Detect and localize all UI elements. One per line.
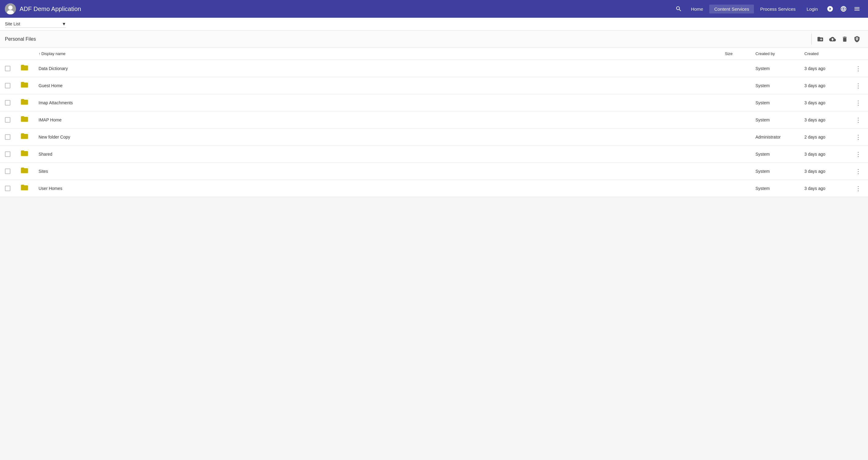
more-options-button[interactable]: ⋮ xyxy=(853,149,863,159)
app-header: ADF Demo Application Home Content Servic… xyxy=(0,0,868,18)
row-actions[interactable]: ⋮ xyxy=(848,111,868,128)
row-actions[interactable]: ⋮ xyxy=(848,60,868,77)
file-toolbar: Personal Files xyxy=(0,31,868,48)
row-name[interactable]: Imap Attachments xyxy=(34,94,720,111)
site-list-label: Site List xyxy=(5,22,59,26)
col-display-name[interactable]: Display name xyxy=(34,48,720,60)
table-row[interactable]: User Homes System 3 days ago ⋮ xyxy=(0,180,868,197)
row-folder-icon xyxy=(15,111,34,128)
site-list-dropdown[interactable]: Site List ▼ xyxy=(5,20,66,28)
row-actions[interactable]: ⋮ xyxy=(848,128,868,146)
more-options-button[interactable]: ⋮ xyxy=(853,132,863,142)
col-created[interactable]: Created xyxy=(800,48,848,60)
row-created-by: System xyxy=(750,111,800,128)
table-row[interactable]: IMAP Home System 3 days ago ⋮ xyxy=(0,111,868,128)
row-created: 2 days ago xyxy=(800,128,848,146)
nav-login[interactable]: Login xyxy=(802,5,823,13)
row-actions[interactable]: ⋮ xyxy=(848,180,868,197)
chevron-down-icon: ▼ xyxy=(62,22,66,26)
row-checkbox[interactable] xyxy=(0,163,15,180)
avatar[interactable] xyxy=(5,3,16,14)
row-created-by: System xyxy=(750,94,800,111)
row-name[interactable]: Shared xyxy=(34,146,720,163)
row-name[interactable]: New folder Copy xyxy=(34,128,720,146)
row-size xyxy=(720,77,750,94)
row-size xyxy=(720,60,750,77)
nav-home[interactable]: Home xyxy=(686,5,708,13)
row-name[interactable]: Guest Home xyxy=(34,77,720,94)
delete-button[interactable] xyxy=(839,33,851,45)
row-checkbox[interactable] xyxy=(0,60,15,77)
row-size xyxy=(720,180,750,197)
table-row[interactable]: Sites System 3 days ago ⋮ xyxy=(0,163,868,180)
row-name[interactable]: User Homes xyxy=(34,180,720,197)
app-title: ADF Demo Application xyxy=(20,5,673,12)
col-icon xyxy=(15,48,34,60)
more-options-button[interactable]: ⋮ xyxy=(853,64,863,73)
toolbar-divider xyxy=(811,34,812,45)
nav-content-services[interactable]: Content Services xyxy=(709,5,754,13)
row-actions[interactable]: ⋮ xyxy=(848,146,868,163)
row-folder-icon xyxy=(15,146,34,163)
row-checkbox[interactable] xyxy=(0,128,15,146)
row-checkbox[interactable] xyxy=(0,111,15,128)
table-row[interactable]: Shared System 3 days ago ⋮ xyxy=(0,146,868,163)
search-button[interactable] xyxy=(673,3,685,15)
row-folder-icon xyxy=(15,77,34,94)
row-actions[interactable]: ⋮ xyxy=(848,77,868,94)
row-size xyxy=(720,163,750,180)
row-folder-icon xyxy=(15,94,34,111)
row-folder-icon xyxy=(15,128,34,146)
permissions-button[interactable] xyxy=(851,33,863,45)
row-checkbox[interactable] xyxy=(0,77,15,94)
row-checkbox[interactable] xyxy=(0,146,15,163)
row-created: 3 days ago xyxy=(800,60,848,77)
nav-process-services[interactable]: Process Services xyxy=(755,5,800,13)
row-folder-icon xyxy=(15,163,34,180)
row-created: 3 days ago xyxy=(800,146,848,163)
more-options-button[interactable]: ⋮ xyxy=(853,81,863,91)
col-size[interactable]: Size xyxy=(720,48,750,60)
language-icon[interactable] xyxy=(837,3,850,15)
row-created: 3 days ago xyxy=(800,163,848,180)
row-actions[interactable]: ⋮ xyxy=(848,163,868,180)
table-row[interactable]: Imap Attachments System 3 days ago ⋮ xyxy=(0,94,868,111)
more-options-button[interactable]: ⋮ xyxy=(853,184,863,193)
row-created-by: System xyxy=(750,77,800,94)
row-size xyxy=(720,146,750,163)
main-nav: Home Content Services Process Services L… xyxy=(673,3,863,15)
row-size xyxy=(720,111,750,128)
site-list-bar: Site List ▼ xyxy=(0,18,868,31)
file-table: Display name Size Created by Created xyxy=(0,48,868,197)
more-options-button[interactable]: ⋮ xyxy=(853,98,863,108)
more-options-button[interactable]: ⋮ xyxy=(853,115,863,125)
table-row[interactable]: Guest Home System 3 days ago ⋮ xyxy=(0,77,868,94)
folder-title: Personal Files xyxy=(5,36,809,42)
row-created: 3 days ago xyxy=(800,111,848,128)
row-created-by: System xyxy=(750,60,800,77)
row-actions[interactable]: ⋮ xyxy=(848,94,868,111)
row-folder-icon xyxy=(15,180,34,197)
row-name[interactable]: IMAP Home xyxy=(34,111,720,128)
upload-button[interactable] xyxy=(827,33,839,45)
row-name[interactable]: Sites xyxy=(34,163,720,180)
row-created-by: System xyxy=(750,163,800,180)
profile-icon[interactable] xyxy=(824,3,836,15)
row-created: 3 days ago xyxy=(800,77,848,94)
svg-point-1 xyxy=(8,5,12,10)
row-created-by: System xyxy=(750,146,800,163)
col-checkbox xyxy=(0,48,15,60)
row-checkbox[interactable] xyxy=(0,94,15,111)
row-created-by: System xyxy=(750,180,800,197)
row-folder-icon xyxy=(15,60,34,77)
table-header-row: Display name Size Created by Created xyxy=(0,48,868,60)
table-row[interactable]: New folder Copy Administrator 2 days ago… xyxy=(0,128,868,146)
row-size xyxy=(720,94,750,111)
menu-icon[interactable] xyxy=(851,3,863,15)
table-row[interactable]: Data Dictionary System 3 days ago ⋮ xyxy=(0,60,868,77)
row-checkbox[interactable] xyxy=(0,180,15,197)
col-created-by[interactable]: Created by xyxy=(750,48,800,60)
row-name[interactable]: Data Dictionary xyxy=(34,60,720,77)
more-options-button[interactable]: ⋮ xyxy=(853,166,863,176)
new-folder-button[interactable] xyxy=(814,33,827,45)
